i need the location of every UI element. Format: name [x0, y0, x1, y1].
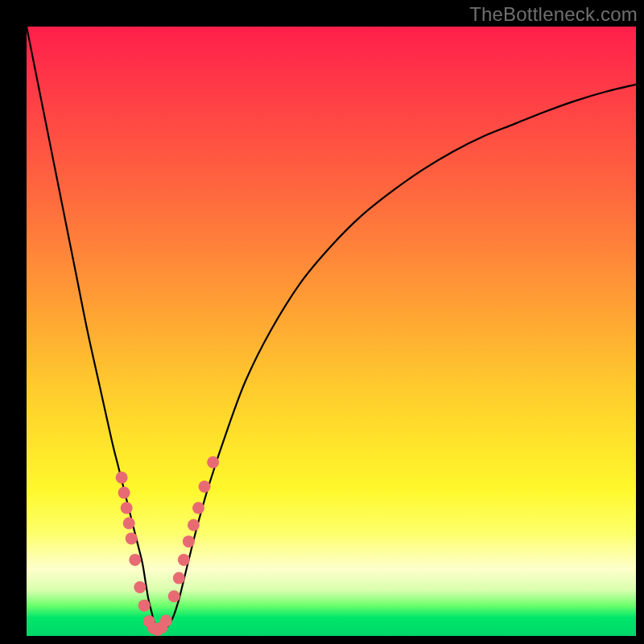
curve-canvas — [27, 27, 636, 636]
watermark-text: TheBottleneck.com — [469, 3, 638, 26]
marker-dot — [199, 481, 211, 493]
bottleneck-curve — [27, 27, 636, 630]
marker-dot — [168, 590, 180, 602]
marker-dot — [173, 572, 185, 584]
marker-dot — [207, 456, 219, 469]
marker-dot — [126, 532, 138, 544]
marker-dot — [160, 615, 172, 627]
marker-dot — [129, 554, 141, 566]
marker-dot — [116, 472, 128, 484]
chart-frame: TheBottleneck.com — [0, 0, 644, 644]
marker-dot — [188, 519, 200, 531]
marker-dot — [134, 581, 146, 593]
marker-dot — [183, 535, 195, 547]
marker-dot — [178, 554, 190, 566]
marker-dot — [121, 502, 133, 514]
marker-dot — [118, 487, 130, 499]
marker-dot — [123, 517, 135, 529]
marker-points — [116, 456, 220, 636]
plot-area — [27, 27, 636, 636]
marker-dot — [138, 600, 151, 612]
marker-dot — [192, 502, 204, 514]
